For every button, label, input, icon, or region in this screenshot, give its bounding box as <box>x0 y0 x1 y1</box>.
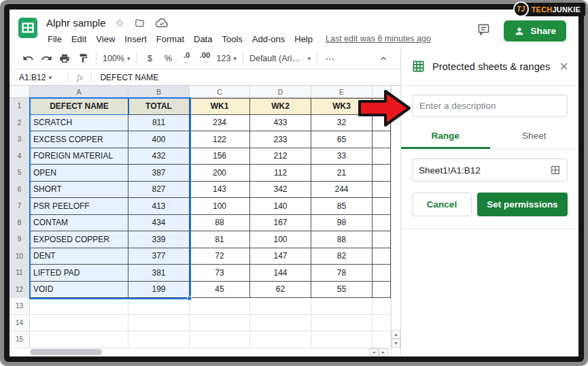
cell-C12[interactable]: 45 <box>190 282 250 299</box>
cell-F3[interactable] <box>373 131 391 148</box>
cell-C1[interactable]: WK1 <box>190 98 250 115</box>
close-icon[interactable] <box>559 61 569 71</box>
star-icon[interactable]: ☆ <box>116 18 124 28</box>
column-header-C[interactable]: C <box>190 86 250 98</box>
cell-C14[interactable] <box>190 315 250 332</box>
cell-F14[interactable] <box>373 315 391 332</box>
cell-D2[interactable]: 433 <box>250 115 311 132</box>
menu-item-data[interactable]: Data <box>189 34 217 44</box>
menu-item-help[interactable]: Help <box>290 34 317 44</box>
row-header-8[interactable]: 8 <box>10 215 30 232</box>
cell-C8[interactable]: 88 <box>190 215 250 232</box>
menu-item-format[interactable]: Format <box>152 34 189 44</box>
last-edit-link[interactable]: Last edit was 6 minutes ago <box>326 34 431 44</box>
cell-D6[interactable]: 342 <box>250 182 311 199</box>
row-header-3[interactable]: 3 <box>10 131 30 148</box>
increase-decimal-button[interactable]: .00→ <box>196 50 214 67</box>
range-input[interactable]: Sheet1!A1:B12 <box>412 159 568 182</box>
cell-F10[interactable] <box>373 248 391 265</box>
select-data-range-icon[interactable] <box>550 165 561 176</box>
cell-D13[interactable] <box>250 298 311 315</box>
cell-E3[interactable]: 65 <box>311 131 373 148</box>
comment-icon[interactable] <box>477 23 490 39</box>
cell-F7[interactable] <box>373 198 391 215</box>
cell-B15[interactable] <box>128 331 190 348</box>
cell-E11[interactable]: 78 <box>311 265 373 282</box>
row-header-4[interactable]: 4 <box>10 148 30 165</box>
cell-D8[interactable]: 167 <box>250 215 311 232</box>
row-header-13[interactable]: 13 <box>10 298 30 315</box>
cell-D10[interactable]: 147 <box>250 248 311 265</box>
horizontal-scrollbar[interactable] <box>30 349 102 356</box>
cell-E12[interactable]: 55 <box>311 282 373 299</box>
cell-B1[interactable]: TOTAL <box>128 98 190 115</box>
row-header-6[interactable]: 6 <box>10 182 30 199</box>
move-folder-icon[interactable] <box>134 18 145 28</box>
cell-C4[interactable]: 156 <box>190 148 250 165</box>
cell-E8[interactable]: 98 <box>311 215 373 232</box>
cell-C13[interactable] <box>190 298 250 315</box>
cell-C5[interactable]: 200 <box>190 165 250 182</box>
cell-F8[interactable] <box>373 215 391 232</box>
scroll-down-button[interactable]: ▼ <box>392 339 400 348</box>
row-header-5[interactable]: 5 <box>10 165 30 182</box>
cell-B8[interactable]: 434 <box>128 215 190 232</box>
set-permissions-button[interactable]: Set permissions <box>477 193 568 216</box>
menu-item-edit[interactable]: Edit <box>67 34 91 44</box>
collapse-toolbar-button[interactable] <box>375 50 392 67</box>
cell-B5[interactable]: 387 <box>128 165 190 182</box>
column-header-B[interactable]: B <box>128 86 190 98</box>
cell-C10[interactable]: 72 <box>190 248 250 265</box>
tab-range[interactable]: Range <box>401 126 490 149</box>
row-header-14[interactable]: 14 <box>10 315 30 332</box>
horizontal-scroll-thumb[interactable] <box>30 349 102 355</box>
cell-E10[interactable]: 82 <box>311 248 373 265</box>
cell-D9[interactable]: 100 <box>250 231 311 248</box>
cell-A14[interactable] <box>30 315 128 332</box>
cell-B11[interactable]: 381 <box>128 265 190 282</box>
cell-D12[interactable]: 62 <box>250 282 311 299</box>
cell-B7[interactable]: 413 <box>128 198 190 215</box>
cell-A15[interactable] <box>30 331 128 348</box>
cell-D11[interactable]: 144 <box>250 265 311 282</box>
cell-F11[interactable] <box>373 265 391 282</box>
menu-item-insert[interactable]: Insert <box>120 34 152 44</box>
cell-D3[interactable]: 233 <box>250 131 311 148</box>
cell-A2[interactable]: SCRATCH <box>30 115 128 132</box>
cell-F13[interactable] <box>373 298 391 315</box>
cell-E1[interactable]: WK3 <box>311 98 373 115</box>
cell-B13[interactable] <box>128 298 190 315</box>
cell-E2[interactable]: 32 <box>311 115 373 132</box>
cloud-status-icon[interactable] <box>155 18 169 28</box>
cell-C3[interactable]: 122 <box>190 131 250 148</box>
row-header-12[interactable]: 12 <box>10 282 30 299</box>
cell-B6[interactable]: 827 <box>128 182 190 199</box>
cell-D14[interactable] <box>250 315 311 332</box>
cell-B3[interactable]: 400 <box>128 131 190 148</box>
cell-D15[interactable] <box>250 331 311 348</box>
more-toolbar-button[interactable]: ⋯ <box>322 50 339 67</box>
google-sheets-icon[interactable] <box>18 18 38 38</box>
row-header-7[interactable]: 7 <box>10 198 30 215</box>
row-header-9[interactable]: 9 <box>10 231 30 248</box>
cell-A1[interactable]: DEFECT NAME <box>30 98 128 115</box>
cell-D1[interactable]: WK2 <box>250 98 311 115</box>
cancel-button[interactable]: Cancel <box>412 193 472 216</box>
cell-F9[interactable] <box>373 231 391 248</box>
cell-C9[interactable]: 81 <box>190 231 250 248</box>
cell-F1[interactable] <box>373 98 391 115</box>
redo-button[interactable] <box>37 50 55 67</box>
cell-D4[interactable]: 212 <box>250 148 311 165</box>
column-header-A[interactable]: A <box>30 86 128 98</box>
cell-E9[interactable]: 88 <box>311 231 373 248</box>
cell-C2[interactable]: 234 <box>190 115 250 132</box>
scroll-right-button[interactable]: ► <box>379 348 388 356</box>
cell-F12[interactable] <box>373 282 391 299</box>
menu-item-file[interactable]: File <box>46 34 67 44</box>
tab-sheet[interactable]: Sheet <box>490 126 579 148</box>
column-header-partial[interactable] <box>373 86 391 98</box>
cell-B4[interactable]: 432 <box>128 148 190 165</box>
row-header-1[interactable]: 1 <box>10 98 30 115</box>
cell-A12[interactable]: VOID <box>30 282 128 299</box>
cell-C11[interactable]: 73 <box>190 265 250 282</box>
